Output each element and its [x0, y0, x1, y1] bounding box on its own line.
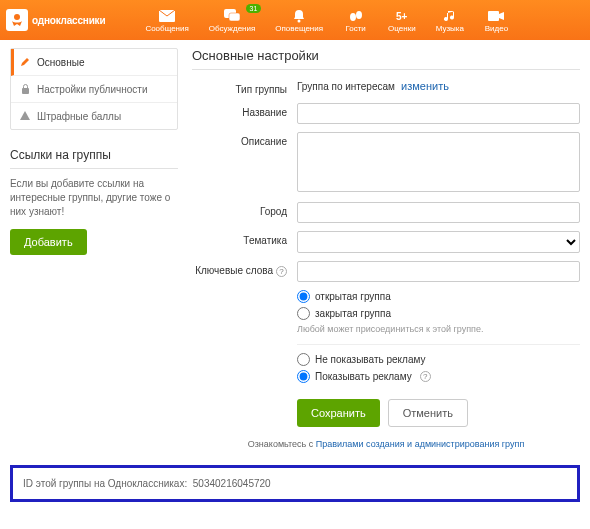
rules-link[interactable]: Правилами создания и администрирования г…: [316, 439, 524, 449]
help-icon[interactable]: ?: [420, 371, 431, 382]
label-description: Описание: [192, 132, 287, 147]
brand-name: одноклассники: [32, 15, 105, 26]
sidebar-menu: Основные Настройки публичности Штрафные …: [10, 48, 178, 130]
divider: [297, 344, 580, 345]
label-name: Название: [192, 103, 287, 118]
svg-rect-8: [488, 11, 499, 21]
group-id-label: ID этой группы на Одноклассниках:: [23, 478, 187, 489]
sidebar-links-title: Ссылки на группы: [10, 148, 178, 169]
nav-discussions[interactable]: 31 Обсуждения: [199, 6, 266, 35]
sidebar-item-privacy[interactable]: Настройки публичности: [11, 76, 177, 103]
radio-hide-ads[interactable]: Не показывать рекламу: [297, 353, 580, 366]
keywords-input[interactable]: [297, 261, 580, 282]
name-input[interactable]: [297, 103, 580, 124]
warning-icon: [19, 110, 31, 122]
radio-hide-ads-input[interactable]: [297, 353, 310, 366]
nav-notifications[interactable]: Оповещения: [265, 6, 333, 35]
page-body: Основные Настройки публичности Штрафные …: [0, 40, 590, 459]
help-icon[interactable]: ?: [276, 266, 287, 277]
sidebar-item-main[interactable]: Основные: [11, 49, 177, 76]
chat-icon: [223, 8, 241, 24]
group-id-box: ID этой группы на Одноклассниках: 503402…: [10, 465, 580, 502]
main-content: Основные настройки Тип группы Группа по …: [192, 48, 580, 449]
nav-label: Видео: [485, 24, 508, 33]
sidebar-label: Штрафные баллы: [37, 111, 121, 122]
label-theme: Тематика: [192, 231, 287, 246]
logo[interactable]: одноклассники: [6, 9, 105, 31]
nav-music[interactable]: Музыка: [426, 6, 474, 35]
pencil-icon: [19, 56, 31, 68]
radio-show-ads[interactable]: Показывать рекламу ?: [297, 370, 580, 383]
radio-open-input[interactable]: [297, 290, 310, 303]
svg-point-5: [350, 13, 356, 21]
ok-logo-icon: [6, 9, 28, 31]
nav: Сообщения 31 Обсуждения Оповещения Гости…: [135, 6, 519, 35]
nav-video[interactable]: Видео: [474, 6, 519, 35]
label-city: Город: [192, 202, 287, 217]
badge: 31: [246, 4, 262, 13]
label-keywords: Ключевые слова?: [192, 261, 287, 277]
nav-label: Оповещения: [275, 24, 323, 33]
radio-open-group[interactable]: открытая группа: [297, 290, 580, 303]
description-input[interactable]: [297, 132, 580, 192]
svg-rect-3: [229, 13, 240, 21]
svg-text:5+: 5+: [396, 11, 408, 22]
nav-label: Оценки: [388, 24, 416, 33]
form-actions: Сохранить Отменить: [297, 399, 580, 427]
envelope-icon: [158, 8, 176, 24]
sidebar-label: Настройки публичности: [37, 84, 148, 95]
save-button[interactable]: Сохранить: [297, 399, 380, 427]
radio-closed-group[interactable]: закрытая группа: [297, 307, 580, 320]
svg-rect-9: [22, 88, 29, 94]
svg-point-0: [14, 14, 20, 20]
lock-icon: [19, 83, 31, 95]
sidebar-label: Основные: [37, 57, 84, 68]
rules-text: Ознакомьтесь с Правилами создания и адми…: [192, 439, 580, 449]
theme-select[interactable]: [297, 231, 580, 253]
radio-show-ads-input[interactable]: [297, 370, 310, 383]
access-hint: Любой может присоединиться к этой группе…: [297, 324, 580, 334]
sidebar-links-desc: Если вы добавите ссылки на интересные гр…: [10, 177, 178, 219]
bell-icon: [290, 8, 308, 24]
rating-icon: 5+: [393, 8, 411, 24]
add-link-button[interactable]: Добавить: [10, 229, 87, 255]
nav-label: Обсуждения: [209, 24, 256, 33]
nav-ratings[interactable]: 5+ Оценки: [378, 6, 426, 35]
footprints-icon: [347, 8, 365, 24]
city-input[interactable]: [297, 202, 580, 223]
svg-point-6: [356, 11, 362, 19]
group-id-value: 50340216045720: [193, 478, 271, 489]
nav-label: Музыка: [436, 24, 464, 33]
change-type-link[interactable]: изменить: [401, 80, 449, 92]
group-type-value: Группа по интересам: [297, 81, 395, 92]
label-group-type: Тип группы: [192, 80, 287, 95]
nav-label: Сообщения: [145, 24, 188, 33]
topbar: одноклассники Сообщения 31 Обсуждения Оп…: [0, 0, 590, 40]
nav-messages[interactable]: Сообщения: [135, 6, 198, 35]
sidebar-item-penalty[interactable]: Штрафные баллы: [11, 103, 177, 129]
cancel-button[interactable]: Отменить: [388, 399, 468, 427]
sidebar: Основные Настройки публичности Штрафные …: [10, 48, 178, 449]
radio-closed-input[interactable]: [297, 307, 310, 320]
main-title: Основные настройки: [192, 48, 580, 70]
nav-label: Гости: [345, 24, 365, 33]
svg-point-4: [298, 19, 301, 22]
nav-guests[interactable]: Гости: [333, 6, 378, 35]
music-icon: [441, 8, 459, 24]
video-icon: [487, 8, 505, 24]
